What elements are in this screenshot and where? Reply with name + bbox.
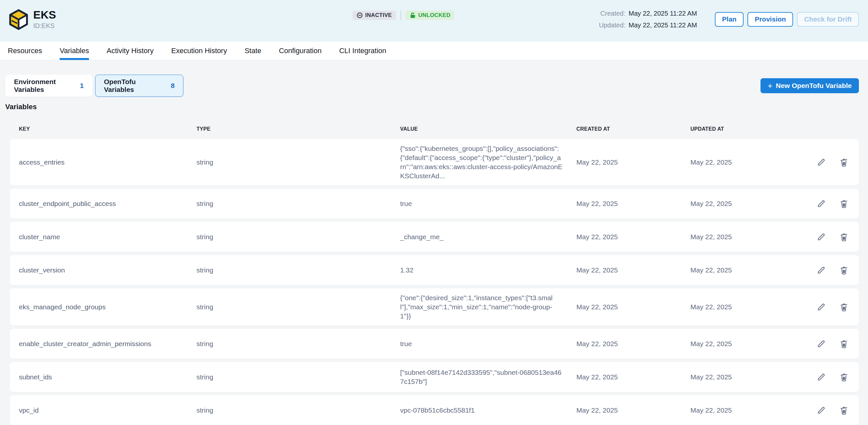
updated-label: Updated:: [599, 19, 625, 31]
table-header-row: KEY TYPE VALUE CREATED AT UPDATED AT: [10, 126, 859, 132]
unlocked-padlock-icon: [409, 12, 416, 19]
variable-updated-at: May 22, 2025: [690, 266, 809, 275]
pencil-icon: [815, 164, 827, 169]
variable-created-at: May 22, 2025: [577, 302, 690, 311]
trash-icon: [838, 206, 850, 211]
column-header-updated-at: UPDATED AT: [690, 126, 809, 132]
variable-created-at: May 22, 2025: [577, 406, 690, 415]
delete-variable-button[interactable]: [838, 338, 850, 350]
delete-variable-button[interactable]: [838, 156, 850, 168]
trash-icon: [838, 272, 850, 277]
edit-variable-button[interactable]: [815, 264, 827, 276]
trash-icon: [838, 379, 850, 384]
environment-header: EKS ID:EKS INACTIVE UNLOCKED: [0, 0, 868, 42]
variable-type: string: [196, 302, 400, 311]
table-row: enable_cluster_creator_admin_permissions…: [10, 329, 859, 359]
updated-value: May 22, 2025 11:22 AM: [628, 19, 697, 31]
variable-updated-at: May 22, 2025: [690, 302, 809, 311]
provision-button[interactable]: Provision: [747, 12, 793, 27]
tab-cli-integration[interactable]: CLI Integration: [339, 42, 386, 60]
opentofu-variables-count: 8: [171, 82, 175, 90]
edit-variable-button[interactable]: [815, 371, 827, 383]
pencil-icon: [815, 239, 827, 244]
variable-updated-at: May 22, 2025: [690, 339, 809, 348]
section-title: Variables: [5, 103, 859, 111]
trash-icon: [838, 309, 850, 314]
variable-value: {"sso":{"kubernetes_groups":[],"policy_a…: [400, 144, 569, 181]
variable-key: cluster_endpoint_public_access: [19, 199, 196, 208]
plus-icon: +: [768, 82, 773, 90]
environment-id: ID:EKS: [33, 22, 56, 30]
trash-icon: [838, 164, 850, 169]
edit-variable-button[interactable]: [815, 404, 827, 416]
pencil-icon: [815, 272, 827, 277]
variable-value: ["subnet-08f14e7142d333595","subnet-0680…: [400, 368, 569, 386]
variable-updated-at: May 22, 2025: [690, 199, 809, 208]
delete-variable-button[interactable]: [838, 301, 850, 313]
table-row: access_entries string {"sso":{"kubernete…: [10, 139, 859, 185]
variable-key: access_entries: [19, 158, 196, 167]
variable-value: true: [400, 339, 569, 348]
trash-icon: [838, 239, 850, 244]
delete-variable-button[interactable]: [838, 371, 850, 383]
variable-type: string: [196, 232, 400, 242]
variable-type: string: [196, 199, 400, 208]
edit-variable-button[interactable]: [815, 301, 827, 313]
tab-execution-history[interactable]: Execution History: [172, 42, 227, 60]
variable-created-at: May 22, 2025: [577, 266, 690, 275]
variable-key: vpc_id: [19, 406, 196, 415]
tab-bar: Resources Variables Activity History Exe…: [0, 42, 868, 60]
variable-updated-at: May 22, 2025: [690, 232, 809, 242]
variable-value: true: [400, 199, 569, 208]
edit-variable-button[interactable]: [815, 156, 827, 168]
variable-key: cluster_name: [19, 232, 196, 242]
variable-created-at: May 22, 2025: [577, 339, 690, 348]
variable-type: string: [196, 158, 400, 167]
edit-variable-button[interactable]: [815, 231, 827, 243]
variable-created-at: May 22, 2025: [577, 232, 690, 242]
tab-configuration[interactable]: Configuration: [279, 42, 321, 60]
variable-updated-at: May 22, 2025: [690, 406, 809, 415]
table-row: cluster_endpoint_public_access string tr…: [10, 189, 859, 219]
variable-created-at: May 22, 2025: [577, 158, 690, 167]
variable-type: string: [196, 406, 400, 415]
variable-key: enable_cluster_creator_admin_permissions: [19, 339, 196, 348]
check-for-drift-button[interactable]: Check for Drift: [797, 12, 859, 27]
badge-divider: [400, 10, 401, 20]
variable-created-at: May 22, 2025: [577, 199, 690, 208]
edit-variable-button[interactable]: [815, 198, 827, 210]
table-row: subnet_ids string ["subnet-08f14e7142d33…: [10, 362, 859, 392]
delete-variable-button[interactable]: [838, 198, 850, 210]
cube-logo-icon: [8, 8, 29, 30]
variables-table: KEY TYPE VALUE CREATED AT UPDATED AT acc…: [10, 126, 859, 425]
column-header-key: KEY: [19, 126, 196, 132]
page-title: EKS: [33, 9, 56, 21]
delete-variable-button[interactable]: [838, 231, 850, 243]
table-body: access_entries string {"sso":{"kubernete…: [10, 139, 859, 425]
tab-state[interactable]: State: [245, 42, 261, 60]
table-row: vpc_id string vpc-078b51c6cbc5581f1 May …: [10, 395, 859, 425]
variable-key: eks_managed_node_groups: [19, 302, 196, 311]
environment-variables-toggle[interactable]: Environment Variables 1: [5, 74, 93, 97]
plan-button[interactable]: Plan: [715, 12, 744, 27]
delete-variable-button[interactable]: [838, 404, 850, 416]
variable-created-at: May 22, 2025: [577, 372, 690, 382]
variable-value: _change_me_: [400, 232, 569, 242]
status-badges: INACTIVE UNLOCKED: [352, 10, 454, 20]
new-opentofu-variable-button[interactable]: + New OpenTofu Variable: [761, 78, 859, 93]
edit-variable-button[interactable]: [815, 338, 827, 350]
tab-resources[interactable]: Resources: [8, 42, 42, 60]
table-row: cluster_name string _change_me_ May 22, …: [10, 222, 859, 252]
variables-page: Environment Variables 1 OpenTofu Variabl…: [0, 60, 868, 425]
variable-type: string: [196, 266, 400, 275]
delete-variable-button[interactable]: [838, 264, 850, 276]
opentofu-variables-toggle[interactable]: OpenTofu Variables 8: [95, 74, 183, 97]
variable-key: cluster_version: [19, 266, 196, 275]
created-value: May 22, 2025 11:22 AM: [628, 7, 697, 19]
variable-updated-at: May 22, 2025: [690, 158, 809, 167]
tab-activity-history[interactable]: Activity History: [106, 42, 153, 60]
tab-variables[interactable]: Variables: [60, 42, 89, 60]
trash-icon: [838, 346, 850, 351]
pencil-icon: [815, 309, 827, 314]
table-row: cluster_version string 1.32 May 22, 2025…: [10, 255, 859, 285]
